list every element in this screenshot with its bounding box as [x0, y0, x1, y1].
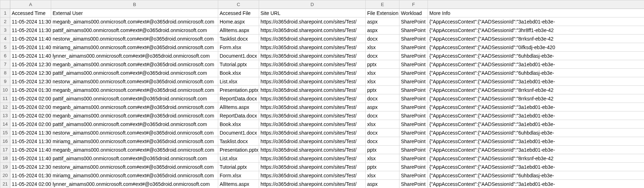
- cell[interactable]: {"AppAccessContext":{"AADSessionId":"3a1…: [428, 120, 644, 129]
- cell[interactable]: More Info: [428, 9, 644, 17]
- cell[interactable]: {"AppAccessContext":{"AADSessionId":"3a1…: [428, 137, 644, 146]
- row-header[interactable]: 6: [0, 52, 10, 60]
- cell[interactable]: pattif_aimams000.onmicrosoft.com#ext#@o3…: [51, 94, 218, 103]
- cell[interactable]: 11-05-2024 11:40: [10, 52, 51, 60]
- cell[interactable]: https://o365droid.sharepoint.com/sites/T…: [259, 77, 366, 86]
- cell[interactable]: Accessed Time: [10, 9, 51, 17]
- cell[interactable]: List.xlsx: [218, 77, 259, 86]
- cell[interactable]: xlsx: [366, 120, 399, 129]
- cell[interactable]: miriamg_aimams000.onmicrosoft.com#ext#@o…: [51, 137, 218, 146]
- cell[interactable]: https://o365droid.sharepoint.com/sites/T…: [259, 43, 366, 52]
- row-header[interactable]: 4: [0, 35, 10, 43]
- cell[interactable]: aspx: [366, 180, 399, 188]
- cell[interactable]: ReportData.docx: [218, 111, 259, 120]
- cell[interactable]: SharePoint: [399, 171, 428, 180]
- row-header[interactable]: 17: [0, 146, 10, 154]
- cell[interactable]: https://o365droid.sharepoint.com/sites/T…: [259, 154, 366, 163]
- cell[interactable]: 11-05-2024 12:30: [10, 163, 51, 171]
- cell[interactable]: SharePoint: [399, 129, 428, 137]
- cell[interactable]: Tasklist.docx: [218, 35, 259, 43]
- cell[interactable]: https://o365droid.sharepoint.com/sites/T…: [259, 171, 366, 180]
- cell[interactable]: Book.xlsx: [218, 69, 259, 77]
- cell[interactable]: Form.xlsx: [218, 171, 259, 180]
- cell[interactable]: docx: [366, 94, 399, 103]
- row-header[interactable]: 7: [0, 60, 10, 69]
- cell[interactable]: meganb_aimams000.onmicrosoft.com#ext#@o3…: [51, 60, 218, 69]
- row-header[interactable]: 2: [0, 17, 10, 26]
- cell[interactable]: {"AppAccessContext":{"AADSessionId":"3a1…: [428, 103, 644, 111]
- cell[interactable]: {"AppAccessContext":{"AADSessionId":"3a1…: [428, 77, 644, 86]
- cell[interactable]: https://o365droid.sharepoint.com/sites/T…: [259, 17, 366, 26]
- cell[interactable]: https://o365droid.sharepoint.com/sites/T…: [259, 137, 366, 146]
- cell[interactable]: https://o365droid.sharepoint.com/sites/T…: [259, 120, 366, 129]
- column-header[interactable]: F: [399, 0, 428, 9]
- cell[interactable]: pptx: [366, 163, 399, 171]
- cell[interactable]: SharePoint: [399, 77, 428, 86]
- cell[interactable]: https://o365droid.sharepoint.com/sites/T…: [259, 86, 366, 94]
- cell[interactable]: meganb_aimams000.onmicrosoft.com#ext#@o3…: [51, 86, 218, 94]
- cell[interactable]: 11-05-2024 12:30: [10, 69, 51, 77]
- cell[interactable]: {"AppAccessContext":{"AADSessionId":"8rr…: [428, 86, 644, 94]
- cell[interactable]: https://o365droid.sharepoint.com/sites/T…: [259, 103, 366, 111]
- spreadsheet-grid[interactable]: ABCDEF1Accessed TimeExternal UserAccesse…: [0, 0, 644, 188]
- column-header[interactable]: E: [366, 0, 399, 9]
- cell[interactable]: 11-05-2024 02:00: [10, 103, 51, 111]
- cell[interactable]: SharePoint: [399, 120, 428, 129]
- select-all-corner[interactable]: [0, 0, 10, 9]
- row-header[interactable]: 16: [0, 137, 10, 146]
- cell[interactable]: pptx: [366, 86, 399, 94]
- row-header[interactable]: 10: [0, 86, 10, 94]
- cell[interactable]: AllItems.aspx: [218, 26, 259, 35]
- cell[interactable]: SharePoint: [399, 180, 428, 188]
- cell[interactable]: 11-05-2024 11:40: [10, 146, 51, 154]
- cell[interactable]: xlsx: [366, 69, 399, 77]
- cell[interactable]: {"AppAccessContext":{"AADSessionId":"3hr…: [428, 26, 644, 35]
- cell[interactable]: SharePoint: [399, 60, 428, 69]
- cell[interactable]: xlsx: [366, 154, 399, 163]
- cell[interactable]: 11-05-2024 11:30: [10, 137, 51, 146]
- cell[interactable]: nestorw_aimams000.onmicrosoft.com#ext#@o…: [51, 129, 218, 137]
- cell[interactable]: https://o365droid.sharepoint.com/sites/T…: [259, 60, 366, 69]
- column-header[interactable]: [428, 0, 644, 9]
- row-header[interactable]: 8: [0, 69, 10, 77]
- cell[interactable]: SharePoint: [399, 103, 428, 111]
- cell[interactable]: 11-05-2024 02:00: [10, 120, 51, 129]
- cell[interactable]: https://o365droid.sharepoint.com/sites/T…: [259, 35, 366, 43]
- cell[interactable]: Tutorial.pptx: [218, 163, 259, 171]
- cell[interactable]: AllItems.aspx: [218, 180, 259, 188]
- cell[interactable]: aspx: [366, 103, 399, 111]
- cell[interactable]: 11-05-2024 11:40: [10, 154, 51, 163]
- cell[interactable]: Workload: [399, 9, 428, 17]
- cell[interactable]: pattif_aimams000.onmicrosoft.com#ext#@o3…: [51, 26, 218, 35]
- cell[interactable]: {"AppAccessContext":{"AADSessionId":"3a1…: [428, 60, 644, 69]
- cell[interactable]: {"AppAccessContext":{"AADSessionId":"3a1…: [428, 146, 644, 154]
- cell[interactable]: SharePoint: [399, 154, 428, 163]
- cell[interactable]: SharePoint: [399, 26, 428, 35]
- cell[interactable]: Form.xlsx: [218, 43, 259, 52]
- cell[interactable]: pptx: [366, 60, 399, 69]
- cell[interactable]: {"AppAccessContext":{"AADSessionId":"6uh…: [428, 171, 644, 180]
- cell[interactable]: meganb_aimams000.onmicrosoft.com#ext#@o3…: [51, 103, 218, 111]
- row-header[interactable]: 15: [0, 129, 10, 137]
- row-header[interactable]: 21: [0, 180, 10, 188]
- cell[interactable]: https://o365droid.sharepoint.com/sites/T…: [259, 146, 366, 154]
- cell[interactable]: AllItems.aspx: [218, 103, 259, 111]
- cell[interactable]: 11-05-2024 02:00: [10, 111, 51, 120]
- row-header[interactable]: 3: [0, 26, 10, 35]
- row-header[interactable]: 13: [0, 111, 10, 120]
- row-header[interactable]: 12: [0, 103, 10, 111]
- cell[interactable]: https://o365droid.sharepoint.com/sites/T…: [259, 94, 366, 103]
- cell[interactable]: Tutorial.pptx: [218, 60, 259, 69]
- cell[interactable]: {"AppAccessContext":{"AADSessionId":"3a1…: [428, 180, 644, 188]
- cell[interactable]: {"AppAccessContext":{"AADSessionId":"3a1…: [428, 163, 644, 171]
- cell[interactable]: SharePoint: [399, 163, 428, 171]
- cell[interactable]: List.xlsx: [218, 154, 259, 163]
- row-header[interactable]: 18: [0, 154, 10, 163]
- cell[interactable]: 11-05-2024 12:30: [10, 77, 51, 86]
- row-header[interactable]: 19: [0, 163, 10, 171]
- cell[interactable]: 11-05-2024 11:30: [10, 129, 51, 137]
- cell[interactable]: https://o365droid.sharepoint.com/sites/T…: [259, 180, 366, 188]
- row-header[interactable]: 14: [0, 120, 10, 129]
- cell[interactable]: 11-05-2024 02:00: [10, 94, 51, 103]
- row-header[interactable]: 20: [0, 171, 10, 180]
